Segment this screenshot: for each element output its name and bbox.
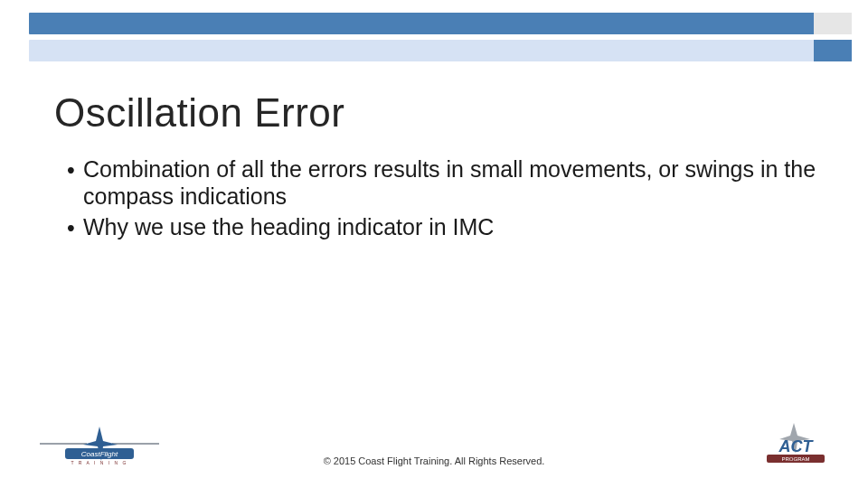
svg-text:T R A I N I N G: T R A I N I N G <box>71 460 128 465</box>
bullet-item: • Why we use the heading indicator in IM… <box>67 213 823 241</box>
svg-text:ACT: ACT <box>778 437 815 455</box>
slide: Oscillation Error • Combination of all t… <box>0 0 868 488</box>
bullet-item: • Combination of all the errors results … <box>67 155 823 210</box>
svg-text:CoastFlight: CoastFlight <box>81 450 118 458</box>
svg-text:PROGRAM: PROGRAM <box>781 456 809 462</box>
slide-body: • Combination of all the errors results … <box>67 155 823 245</box>
bullet-text: Why we use the heading indicator in IMC <box>83 213 823 241</box>
coast-flight-logo: CoastFlight T R A I N I N G <box>36 421 163 466</box>
bullet-text: Combination of all the errors results in… <box>83 155 823 210</box>
header-bar-light <box>29 40 852 61</box>
slide-title: Oscillation Error <box>54 90 344 136</box>
bullet-marker: • <box>67 213 83 241</box>
act-program-logo: ACT PROGRAM <box>750 421 841 468</box>
header-rule <box>29 13 852 61</box>
bullet-marker: • <box>67 155 83 210</box>
header-bar-dark <box>29 13 852 34</box>
